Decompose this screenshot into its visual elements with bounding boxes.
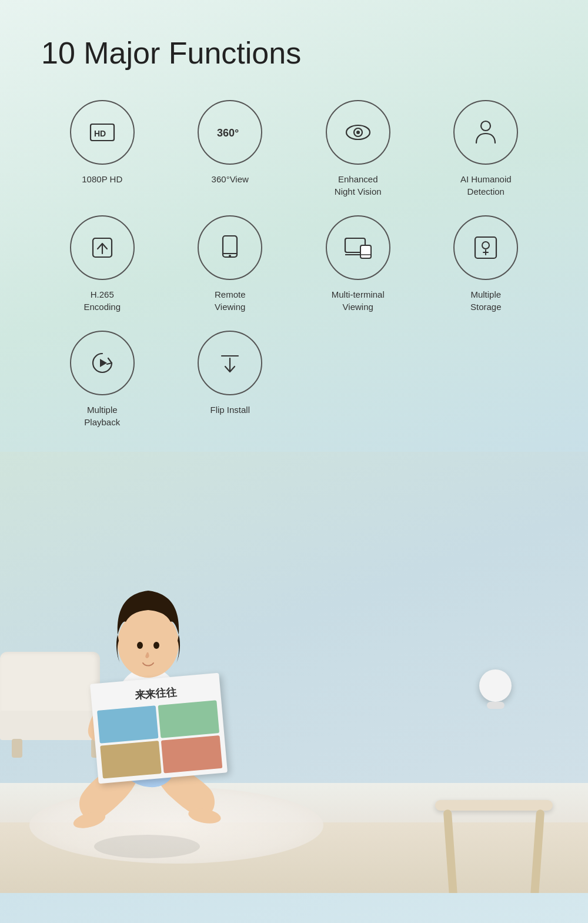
upload-icon [87,232,118,263]
features-grid: HD 1080P HD 360° 360°View E [41,100,547,428]
magazine-image-4 [161,735,223,774]
feature-remote: RemoteViewing [169,215,292,313]
feature-ai-humanoid: AI HumanoidDetection [425,100,547,198]
playback-icon [87,348,118,378]
flip-icon [215,348,245,378]
storage-label: MultipleStorage [470,288,502,313]
hd-circle: HD [70,100,135,165]
remote-label: RemoteViewing [215,288,246,313]
side-table [435,800,553,811]
svg-point-17 [482,242,489,249]
feature-multi-terminal: Multi-terminalViewing [297,215,419,313]
night-vision-label: EnhancedNight Vision [335,173,382,198]
svg-rect-14 [360,245,371,258]
360-circle: 360° [198,100,262,165]
page-title: 10 Major Functions [41,35,547,71]
svg-text:HD: HD [94,129,106,138]
hd-icon: HD [87,117,118,148]
ai-humanoid-circle [453,100,518,165]
hd-label: 1080P HD [82,173,122,185]
eye-icon [343,117,373,148]
magazine: 来来往往 [90,673,228,784]
svg-point-28 [153,642,159,649]
multi-terminal-circle [326,215,390,280]
sofa-leg-left [12,739,22,758]
magazine-image-2 [158,700,220,738]
svg-text:360°: 360° [217,127,239,139]
ai-humanoid-label: AI HumanoidDetection [460,173,512,198]
playback-circle [70,331,135,395]
magazine-grid [97,700,222,778]
storage-circle [453,215,518,280]
svg-marker-20 [100,359,107,367]
svg-point-23 [94,835,200,858]
feature-storage: MultipleStorage [425,215,547,313]
flip-label: Flip Install [210,404,250,416]
flip-circle [198,331,262,395]
person-icon [470,117,501,148]
svg-point-6 [481,121,490,131]
feature-hd: HD 1080P HD [41,100,163,198]
camera-body [479,669,512,702]
svg-point-11 [229,255,231,257]
feature-night-vision: EnhancedNight Vision [297,100,419,198]
feature-playback: MultiplePlayback [41,331,163,428]
h265-label: H.265Encoding [83,288,121,313]
magazine-image-3 [100,741,162,779]
multiscreen-icon [343,232,373,263]
magazine-title: 来来往往 [134,685,178,702]
360-label: 360°View [212,173,249,185]
svg-point-5 [356,131,360,134]
svg-point-27 [137,642,143,649]
multi-terminal-label: Multi-terminalViewing [332,288,385,313]
feature-h265: H.265Encoding [41,215,163,313]
night-vision-circle [326,100,390,165]
magazine-body: 来来往往 [90,673,228,784]
storage-icon [470,232,501,263]
camera-device [479,669,512,708]
magazine-image-1 [97,705,159,744]
h265-circle [70,215,135,280]
360-icon: 360° [215,117,245,148]
bottom-photo: 来来往往 [0,452,588,893]
remote-circle [198,215,262,280]
top-section: 10 Major Functions HD 1080P HD 360° 360°… [0,0,588,452]
camera-base [487,702,505,709]
feature-360: 360° 360°View [169,100,292,198]
tablet-icon [215,232,245,263]
table-top [435,800,553,811]
playback-label: MultiplePlayback [84,404,120,428]
feature-flip: Flip Install [169,331,292,428]
